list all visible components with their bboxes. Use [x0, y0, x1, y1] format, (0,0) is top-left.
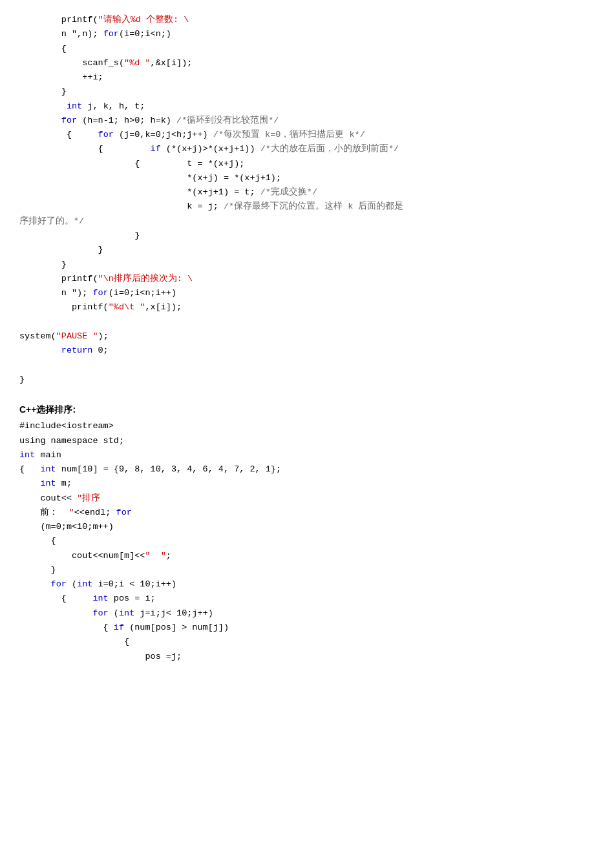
code-line: for (h=n-1; h>0; h=k) /*循环到没有比较范围*/	[19, 116, 279, 125]
code-line: return 0;	[19, 346, 109, 355]
code-line: }	[19, 260, 67, 269]
code-line: printf("请输入%d 个整数: \	[19, 15, 189, 25]
code-line: int main	[19, 450, 61, 460]
code-line: }	[19, 87, 67, 96]
code-line: {	[19, 44, 67, 54]
code-line: }	[19, 375, 25, 384]
code-line: { if (num[pos] > num[j])	[19, 623, 229, 632]
code-line: #include<iostream>	[19, 421, 114, 431]
code-line: 序排好了的。*/	[19, 216, 84, 226]
code-line: *(x+j) = *(x+j+1);	[19, 173, 281, 183]
code-line: *(x+j+1) = t; /*完成交换*/	[19, 187, 317, 197]
code-line: { int num[10] = {9, 8, 10, 3, 4, 6, 4, 7…	[19, 464, 281, 474]
code-section-cpp: #include<iostream> using namespace std; …	[19, 419, 595, 664]
code-line: { int pos = i;	[19, 594, 156, 603]
code-line: n ",n); for(i=0;i<n;)	[19, 29, 171, 39]
code-line: cout<<num[m]<<" ";	[19, 551, 171, 561]
code-line: {	[19, 536, 56, 546]
code-line: n "); for(i=0;i<n;i++)	[19, 288, 176, 298]
code-line: for (int j=i;j< 10;j++)	[19, 608, 213, 618]
code-line: k = j; /*保存最终下沉的位置。这样 k 后面的都是	[19, 202, 403, 211]
code-section-bubble: printf("请输入%d 个整数: \ n ",n); for(i=0;i<n…	[19, 13, 595, 387]
code-line: pos =j;	[19, 652, 182, 661]
code-line: printf("\n排序后的挨次为: \	[19, 274, 193, 284]
code-line: { if (*(x+j)>*(x+j+1)) /*大的放在后面，小的放到前面*/	[19, 144, 399, 154]
code-line: {	[19, 637, 129, 646]
code-line: }	[19, 245, 103, 254]
code-line: ++i;	[19, 72, 103, 82]
code-line: scanf_s("%d ",&x[i]);	[19, 58, 192, 68]
section-title-cpp: C++选择排序:	[19, 402, 595, 417]
code-line: }	[19, 565, 56, 575]
code-line: { for (j=0,k=0;j<h;j++) /*每次预置 k=0，循环扫描后…	[19, 130, 365, 140]
code-line: int m;	[19, 479, 72, 488]
code-line: cout<< "排序	[19, 493, 100, 503]
code-line: { t = *(x+j);	[19, 159, 244, 169]
code-line: printf("%d\t ",x[i]);	[19, 302, 182, 312]
code-line: 前： "<<endl; for	[19, 508, 132, 517]
code-line: using namespace std;	[19, 436, 124, 446]
code-line: }	[19, 231, 140, 240]
page-content: printf("请输入%d 个整数: \ n ",n); for(i=0;i<n…	[19, 13, 595, 664]
code-line: (m=0;m<10;m++)	[19, 522, 114, 532]
code-line: system("PAUSE ");	[19, 331, 109, 341]
code-line: int j, k, h, t;	[19, 101, 145, 111]
code-line: for (int i=0;i < 10;i++)	[19, 579, 176, 589]
